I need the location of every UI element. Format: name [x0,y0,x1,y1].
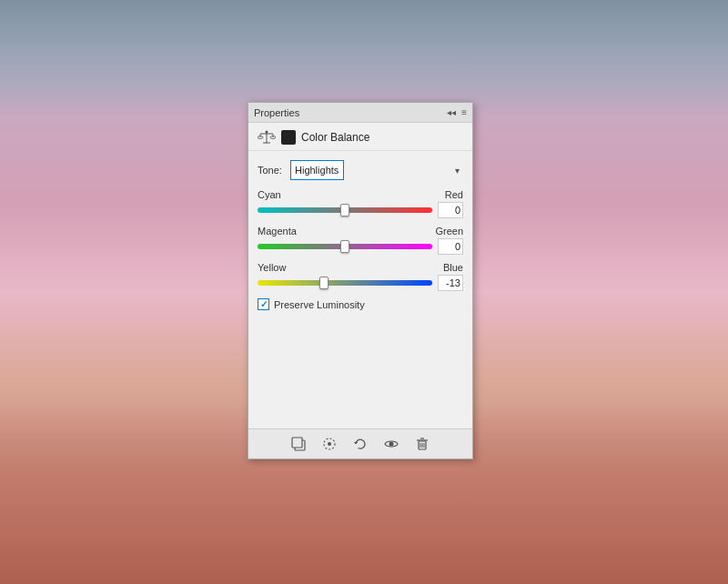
visibility-icon[interactable] [382,435,400,453]
yellow-blue-slider-container: -13 [258,275,463,291]
properties-panel: Properties ◂◂ ≡ Color Balance Tone: [248,102,473,459]
balance-icon [258,130,276,145]
reset-icon[interactable] [351,435,369,453]
magenta-label: Magenta [258,226,297,237]
cyan-red-track-wrapper[interactable] [258,203,432,217]
magenta-green-labels: Magenta Green [258,226,463,237]
yellow-blue-track-wrapper[interactable] [258,276,432,290]
magenta-green-slider-row: Magenta Green 0 [258,226,463,255]
red-label: Red [445,189,463,200]
titlebar-buttons: ◂◂ ≡ [447,107,467,117]
tone-label: Tone: [258,165,285,176]
collapse-button[interactable]: ◂◂ [447,107,456,117]
magenta-green-track-wrapper[interactable] [258,239,432,254]
panel-title: Properties [254,107,299,118]
panel-spacer [258,310,463,419]
panel-header: Color Balance [248,123,472,151]
adjustment-title: Color Balance [301,131,369,144]
tone-select[interactable]: Shadows Midtones Highlights [290,160,344,180]
menu-button[interactable]: ≡ [461,107,467,117]
yellow-blue-slider-row: Yellow Blue -13 [258,262,463,291]
layer-icon [281,130,296,145]
tone-select-wrapper[interactable]: Shadows Midtones Highlights [290,160,463,180]
cyan-red-value: 0 [438,202,463,218]
blue-label: Blue [443,262,463,273]
cyan-red-slider-container: 0 [258,202,463,218]
magenta-green-value: 0 [438,238,463,255]
preserve-luminosity-checkbox[interactable] [258,298,269,310]
yellow-label: Yellow [258,262,286,273]
magenta-green-thumb[interactable] [340,240,349,253]
preserve-luminosity-row: Preserve Luminosity [258,298,463,310]
svg-point-12 [389,442,394,447]
green-label: Green [435,226,463,237]
copy-to-new-layer-icon[interactable] [289,435,308,453]
cyan-label: Cyan [258,189,281,200]
preserve-luminosity-label: Preserve Luminosity [274,299,365,310]
delete-icon[interactable] [413,435,431,453]
panel-titlebar: Properties ◂◂ ≡ [248,103,472,123]
panel-footer [248,428,472,458]
yellow-blue-thumb[interactable] [319,277,329,289]
svg-point-11 [328,442,331,446]
magenta-green-track [258,244,432,249]
cyan-red-thumb[interactable] [340,204,349,216]
svg-rect-9 [292,438,302,448]
magenta-green-slider-container: 0 [258,238,463,255]
yellow-blue-value: -13 [438,275,463,291]
cyan-red-track [258,207,432,213]
panel-body: Tone: Shadows Midtones Highlights Cyan R… [248,151,472,428]
yellow-blue-labels: Yellow Blue [258,262,463,273]
apply-effect-icon[interactable] [320,435,339,453]
tone-row: Tone: Shadows Midtones Highlights [258,160,463,180]
yellow-blue-track [258,280,432,286]
cyan-red-slider-row: Cyan Red 0 [258,189,463,218]
cyan-red-labels: Cyan Red [258,189,463,200]
